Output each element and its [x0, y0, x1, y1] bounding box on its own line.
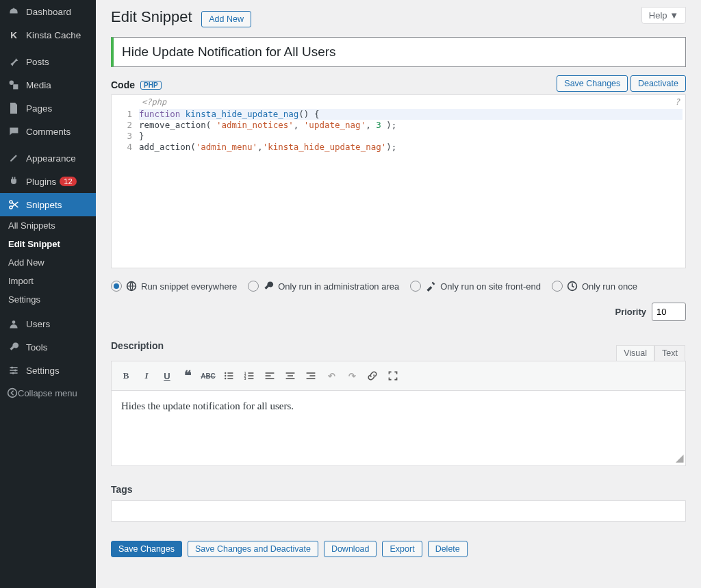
label: Settings [26, 366, 60, 376]
sidebar-item-kinsta[interactable]: K Kinsta Cache [0, 23, 96, 47]
underline-icon[interactable]: U [157, 366, 177, 386]
scope-once[interactable]: Only run once [552, 281, 637, 292]
sidebar-sub-settings[interactable]: Settings [0, 290, 96, 309]
svg-rect-17 [227, 375, 233, 376]
sidebar-sub-add[interactable]: Add New [0, 253, 96, 272]
add-new-button[interactable]: Add New [201, 11, 251, 27]
save-changes-button-top[interactable]: Save Changes [557, 75, 628, 92]
code-help-icon[interactable]: ? [675, 97, 680, 107]
svg-point-9 [14, 369, 16, 371]
dashboard-icon [7, 5, 21, 18]
label: Dashboard [26, 7, 71, 17]
sidebar-sub-edit[interactable]: Edit Snippet [0, 235, 96, 253]
tags-input[interactable] [111, 500, 686, 522]
svg-rect-15 [227, 372, 233, 374]
radio-icon[interactable] [410, 281, 421, 292]
sidebar-item-media[interactable]: Media [0, 73, 96, 97]
sidebar-item-pages[interactable]: Pages [0, 97, 96, 120]
description-label: Description [111, 340, 686, 351]
sidebar-item-users[interactable]: Users [0, 312, 96, 335]
wrench-icon [7, 340, 21, 354]
admin-sidebar: Dashboard K Kinsta Cache Posts Media Pag… [0, 0, 96, 588]
snippet-title-input[interactable] [111, 37, 686, 67]
sidebar-item-settings[interactable]: Settings [0, 359, 96, 382]
radio-icon[interactable] [248, 281, 259, 292]
align-center-icon[interactable] [280, 366, 301, 386]
description-textarea[interactable]: Hides the update notification for all us… [112, 390, 685, 465]
sidebar-item-plugins[interactable]: Plugins 12 [0, 170, 96, 193]
text-tab[interactable]: Text [654, 345, 685, 361]
scope-label: Only run in administration area [278, 281, 399, 292]
scope-label: Only run on site front-end [440, 281, 541, 292]
help-tab[interactable]: Help ▼ [641, 7, 686, 24]
globe-icon [126, 281, 137, 292]
code-editor[interactable]: <?php ? 1 2 3 4 function kinsta_hide_upd… [111, 94, 686, 268]
svg-rect-29 [286, 372, 295, 374]
scope-admin[interactable]: Only run in administration area [248, 281, 399, 292]
kinsta-icon: K [7, 28, 21, 42]
scope-everywhere[interactable]: Run snippet everywhere [111, 281, 237, 292]
comment-icon [7, 125, 21, 138]
svg-rect-27 [266, 375, 271, 376]
sidebar-item-dashboard[interactable]: Dashboard [0, 0, 96, 23]
sidebar-item-snippets[interactable]: Snippets [0, 193, 96, 216]
save-deactivate-button[interactable]: Save Changes and Deactivate [188, 541, 318, 557]
svg-rect-23 [248, 375, 253, 376]
resize-handle-icon[interactable]: ◢ [676, 452, 684, 464]
strikethrough-icon[interactable]: ABC [198, 366, 218, 386]
save-changes-button[interactable]: Save Changes [111, 541, 182, 557]
fullscreen-icon[interactable] [383, 366, 403, 386]
php-open-tag: <?php [142, 97, 166, 107]
sidebar-sub-all[interactable]: All Snippets [0, 216, 96, 235]
hammer-icon [425, 281, 436, 292]
svg-rect-25 [248, 378, 253, 379]
collapse-menu[interactable]: Collapse menu [0, 382, 96, 404]
priority-input[interactable] [652, 303, 686, 321]
svg-rect-21 [248, 372, 253, 374]
code-lines[interactable]: function kinsta_hide_update_nag() { remo… [136, 109, 685, 268]
visual-tab[interactable]: Visual [616, 345, 654, 361]
italic-icon[interactable]: I [136, 366, 157, 386]
bullet-list-icon[interactable] [218, 366, 239, 386]
sidebar-item-comments[interactable]: Comments [0, 120, 96, 143]
user-icon [7, 317, 21, 331]
sidebar-item-posts[interactable]: Posts [0, 50, 96, 73]
bold-icon[interactable]: B [116, 366, 136, 386]
code-header: <?php ? [112, 95, 685, 109]
sidebar-item-appearance[interactable]: Appearance [0, 146, 96, 170]
code-line[interactable]: add_action('admin_menu','kinsta_hide_upd… [139, 142, 683, 153]
align-right-icon[interactable] [301, 366, 321, 386]
tags-label: Tags [111, 484, 686, 495]
label: Users [26, 319, 50, 329]
code-line[interactable]: remove_action( 'admin_notices', 'update_… [139, 120, 683, 131]
undo-icon[interactable]: ↶ [321, 366, 342, 386]
brush-icon [7, 151, 21, 165]
svg-rect-31 [286, 378, 295, 379]
svg-rect-34 [307, 378, 316, 379]
footer-actions: Save Changes Save Changes and Deactivate… [111, 541, 686, 557]
label: Posts [26, 57, 49, 67]
radio-icon[interactable] [552, 281, 563, 292]
svg-point-4 [12, 320, 16, 324]
link-icon[interactable] [362, 366, 383, 386]
code-line[interactable]: } [139, 131, 683, 142]
sidebar-sub-import[interactable]: Import [0, 272, 96, 290]
update-badge: 12 [60, 177, 76, 186]
svg-point-16 [225, 375, 226, 376]
radio-icon[interactable] [111, 281, 122, 292]
svg-rect-28 [266, 378, 275, 379]
deactivate-button[interactable]: Deactivate [630, 75, 686, 92]
export-button[interactable]: Export [382, 541, 422, 557]
quote-icon[interactable]: ❝ [177, 366, 198, 386]
svg-rect-1 [13, 84, 18, 89]
label: Collapse menu [18, 388, 77, 398]
scope-frontend[interactable]: Only run on site front-end [410, 281, 541, 292]
numbered-list-icon[interactable]: 123 [239, 366, 259, 386]
download-button[interactable]: Download [324, 541, 377, 557]
label: Appearance [26, 153, 76, 164]
align-left-icon[interactable] [259, 366, 280, 386]
delete-button[interactable]: Delete [428, 541, 468, 557]
redo-icon[interactable]: ↷ [342, 366, 362, 386]
code-line[interactable]: function kinsta_hide_update_nag() { [139, 109, 683, 120]
sidebar-item-tools[interactable]: Tools [0, 335, 96, 359]
